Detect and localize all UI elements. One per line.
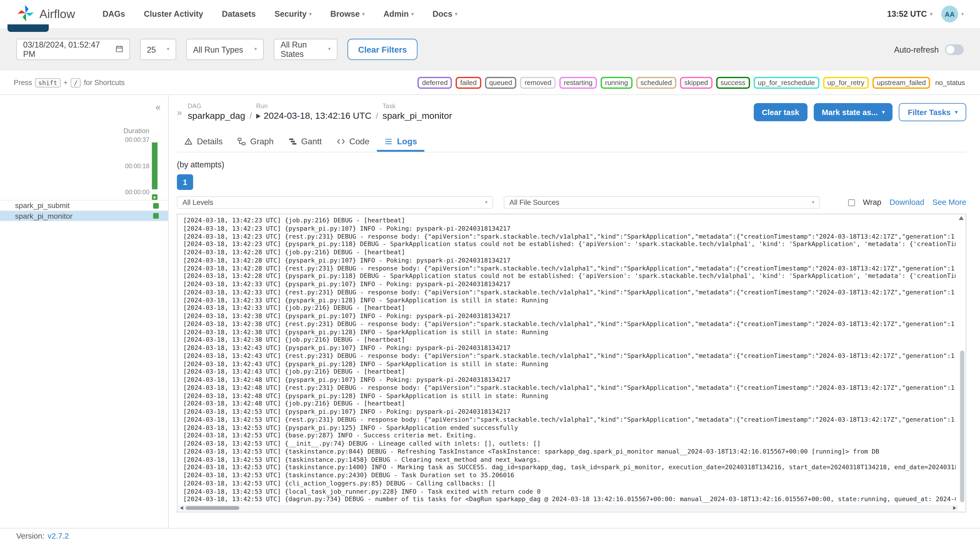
clock-menu[interactable]: 13:52 UTC ▾ <box>887 9 933 19</box>
nav-item-admin[interactable]: Admin▾ <box>383 9 414 19</box>
tab-label: Gantt <box>301 137 322 146</box>
download-link[interactable]: Download <box>889 198 924 207</box>
tab-logs[interactable]: Logs <box>377 130 425 152</box>
nav-item-docs[interactable]: Docs▾ <box>433 9 457 19</box>
avatar: AA <box>941 6 958 22</box>
dag-value[interactable]: sparkapp_dag <box>188 110 245 122</box>
log-line: [2024-03-18, 13:42:53 UTC] {taskinstance… <box>183 464 956 472</box>
mark-state-button[interactable]: Mark state as... ▾ <box>814 103 893 121</box>
log-line: [2024-03-18, 13:42:53 UTC] {cli_action_l… <box>183 480 956 488</box>
horizontal-scrollbar-thumb[interactable] <box>186 506 239 510</box>
log-line: [2024-03-18, 13:42:53 UTC] {local_task_j… <box>183 488 956 496</box>
log-line: [2024-03-18, 13:42:33 UTC] {rest.py:231}… <box>183 288 956 296</box>
nav-item-label: Cluster Activity <box>144 9 203 19</box>
log-line: [2024-03-18, 13:42:53 UTC] {taskinstance… <box>183 448 956 456</box>
tab-gantt[interactable]: Gantt <box>281 130 329 152</box>
clock-label: 13:52 UTC <box>887 9 927 19</box>
status-badge-skipped[interactable]: skipped <box>680 76 712 89</box>
chevron-down-icon: ▾ <box>812 200 814 205</box>
log-line: [2024-03-18, 13:42:38 UTC] {job.py:216} … <box>183 336 956 344</box>
log-source-select[interactable]: All File Sources ▾ <box>504 196 820 208</box>
see-more-link[interactable]: See More <box>932 198 966 207</box>
log-line: [2024-03-18, 13:42:43 UTC] {pyspark_pi.p… <box>183 360 956 368</box>
dag-name: sparkapp_dag <box>188 110 245 122</box>
partial-grid-button[interactable] <box>8 24 49 32</box>
task-state-square[interactable] <box>153 203 159 208</box>
tab-graph[interactable]: Graph <box>230 130 281 152</box>
clear-task-button[interactable]: Clear task <box>754 103 808 121</box>
base-date-value: 03/18/2024, 01:52:47 PM <box>23 40 109 59</box>
run-value[interactable]: 2024-03-18, 13:42:16 UTC <box>256 110 372 122</box>
nav-item-security[interactable]: Security▾ <box>275 9 312 19</box>
clear-filters-button[interactable]: Clear Filters <box>347 39 417 60</box>
status-badge-failed[interactable]: failed <box>456 76 481 89</box>
log-line: [2024-03-18, 13:42:53 UTC] {pyspark_pi.p… <box>183 408 956 416</box>
scroll-left-icon[interactable] <box>180 506 183 510</box>
run-states-select[interactable]: All Run States ▾ <box>274 39 337 60</box>
clear-task-label: Clear task <box>762 108 799 117</box>
horizontal-scrollbar[interactable] <box>178 505 958 511</box>
status-legend: deferredfailedqueuedremovedrestartingrun… <box>418 76 966 89</box>
status-badge-restarting[interactable]: restarting <box>560 76 597 89</box>
nav-item-browse[interactable]: Browse▾ <box>330 9 365 19</box>
log-line: [2024-03-18, 13:42:38 UTC] {pyspark_pi.p… <box>183 312 956 320</box>
user-menu[interactable]: AA ▾ <box>941 6 964 22</box>
nav-item-datasets[interactable]: Datasets <box>222 9 256 19</box>
log-line: [2024-03-18, 13:42:43 UTC] {job.py:216} … <box>183 368 956 376</box>
chevron-down-icon: ▾ <box>485 200 487 205</box>
run-label: Run <box>256 103 372 110</box>
hint-press: Press <box>14 79 32 86</box>
grid-sidebar: « Duration 00:00:3700:00:1800:00:00 spar… <box>0 95 169 528</box>
duration-bar[interactable] <box>152 142 158 189</box>
scroll-right-icon[interactable] <box>953 506 956 510</box>
run-types-select[interactable]: All Run Types ▾ <box>186 39 264 60</box>
log-level-select[interactable]: All Levels ▾ <box>177 196 493 208</box>
status-badge-running[interactable]: running <box>601 76 632 89</box>
brand-home-link[interactable]: Airflow <box>16 3 75 25</box>
wrap-checkbox[interactable] <box>848 199 855 206</box>
nav-item-cluster-activity[interactable]: Cluster Activity <box>144 9 203 19</box>
duration-tick: 00:00:37 <box>125 136 150 162</box>
auto-refresh-toggle[interactable] <box>945 44 964 55</box>
kbd-slash: / <box>71 78 81 87</box>
task-value[interactable]: spark_pi_monitor <box>382 110 452 122</box>
log-line: [2024-03-18, 13:42:38 UTC] {pyspark_pi.p… <box>183 328 956 336</box>
vertical-scrollbar-thumb[interactable] <box>960 350 964 502</box>
log-lines: [2024-03-18, 13:42:23 UTC] {job.py:216} … <box>183 217 956 504</box>
log-line: [2024-03-18, 13:42:53 UTC] {rest.py:231}… <box>183 416 956 424</box>
status-badge-up_for_retry[interactable]: up_for_retry <box>823 76 869 89</box>
navbar-right: 13:52 UTC ▾ AA ▾ <box>887 6 964 22</box>
chevron-down-icon: ▾ <box>328 47 330 52</box>
task-state-square[interactable] <box>153 213 159 219</box>
content: « Duration 00:00:3700:00:1800:00:00 spar… <box>0 95 980 528</box>
log-line: [2024-03-18, 13:42:28 UTC] {job.py:216} … <box>183 249 956 257</box>
task-row-spark_pi_submit[interactable]: spark_pi_submit <box>0 200 168 210</box>
version-link[interactable]: v2.7.2 <box>48 532 69 541</box>
tab-label: Details <box>197 137 223 146</box>
status-badge-up_for_reschedule[interactable]: up_for_reschedule <box>754 76 819 89</box>
filter-tasks-button[interactable]: Filter Tasks ▾ <box>899 103 966 121</box>
collapse-sidebar-button[interactable]: « <box>156 101 161 112</box>
base-date-input[interactable]: 03/18/2024, 01:52:47 PM <box>16 39 130 60</box>
scroll-up-icon[interactable] <box>959 216 964 220</box>
status-badge-upstream_failed[interactable]: upstream_failed <box>873 76 930 89</box>
status-badge-success[interactable]: success <box>716 76 749 89</box>
page-size-select[interactable]: 25 ▾ <box>140 39 176 60</box>
chevron-down-icon: ▾ <box>882 110 885 115</box>
status-badge-queued[interactable]: queued <box>485 76 517 89</box>
log-line: [2024-03-18, 13:42:33 UTC] {pyspark_pi.p… <box>183 296 956 304</box>
log-line: [2024-03-18, 13:42:48 UTC] {pyspark_pi.p… <box>183 392 956 400</box>
attempt-1-button[interactable]: 1 <box>177 174 193 190</box>
status-badge-scheduled[interactable]: scheduled <box>636 76 676 89</box>
double-chevron-icon[interactable]: » <box>177 107 182 118</box>
dag-run-square[interactable] <box>152 194 158 200</box>
tab-code[interactable]: Code <box>329 130 377 152</box>
log-line: [2024-03-18, 13:42:48 UTC] {job.py:216} … <box>183 400 956 408</box>
tab-details[interactable]: Details <box>177 130 230 152</box>
nav-item-dags[interactable]: DAGs <box>103 9 125 19</box>
chevron-down-icon: ▾ <box>961 12 964 17</box>
task-row-spark_pi_monitor[interactable]: spark_pi_monitor <box>0 210 168 221</box>
status-badge-removed[interactable]: removed <box>520 76 556 89</box>
log-line: [2024-03-18, 13:42:28 UTC] {rest.py:231}… <box>183 265 956 273</box>
status-badge-deferred[interactable]: deferred <box>418 76 452 89</box>
